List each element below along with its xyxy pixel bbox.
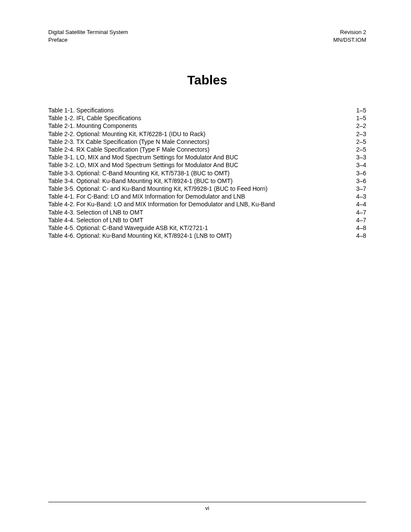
toc-entry-label: Table 3-5. Optional: C- and Ku-Band Moun…	[48, 185, 268, 193]
toc-entry-page: 4–4	[356, 200, 366, 208]
toc-entry-label: Table 4-5. Optional: C-Band Waveguide AS…	[48, 224, 208, 232]
toc-entry-label: Table 3-1. LO, MIX and Mod Spectrum Sett…	[48, 153, 238, 161]
toc-entry-label: Table 4-1. For C-Band: LO and MIX Inform…	[48, 193, 245, 200]
toc-entry-label: Table 2-3. TX Cable Specification (Type …	[48, 138, 209, 146]
toc-entry-page: 3–4	[356, 161, 366, 169]
header-left-line1: Digital Satellite Terminal System	[48, 28, 128, 36]
header-left-line2: Preface	[48, 36, 128, 44]
toc-line: Table 1-1. Specifications1–5	[48, 106, 366, 114]
toc-line: Table 4-2. For Ku-Band: LO and MIX Infor…	[48, 200, 366, 208]
tables-list: Table 1-1. Specifications1–5Table 1-2. I…	[48, 106, 366, 240]
toc-entry-label: Table 3-2. LO, MIX and Mod Spectrum Sett…	[48, 161, 238, 169]
toc-entry-label: Table 1-2. IFL Cable Specifications	[48, 114, 141, 122]
toc-line: Table 3-3. Optional: C-Band Mounting Kit…	[48, 169, 366, 177]
toc-entry-page: 4–8	[356, 224, 366, 232]
toc-line: Table 2-3. TX Cable Specification (Type …	[48, 138, 366, 146]
toc-entry-label: Table 2-4. RX Cable Specification (Type …	[48, 146, 209, 153]
spacer	[48, 240, 366, 502]
page-title: Tables	[48, 73, 366, 87]
toc-entry-label: Table 1-1. Specifications	[48, 106, 114, 114]
page-header: Digital Satellite Terminal System Prefac…	[48, 28, 366, 44]
toc-line: Table 3-1. LO, MIX and Mod Spectrum Sett…	[48, 153, 366, 161]
toc-entry-page: 4–7	[356, 216, 366, 224]
header-right: Revision 2 MN/DST.IOM	[333, 28, 366, 44]
toc-entry-page: 4–7	[356, 208, 366, 216]
toc-entry-page: 4–8	[356, 232, 366, 240]
toc-entry-page: 2–2	[356, 122, 366, 130]
toc-entry-label: Table 4-2. For Ku-Band: LO and MIX Infor…	[48, 200, 275, 208]
header-right-line1: Revision 2	[333, 28, 366, 36]
toc-line: Table 4-3. Selection of LNB to OMT4–7	[48, 208, 366, 216]
toc-entry-page: 1–5	[356, 106, 366, 114]
toc-line: Table 3-4. Optional: Ku-Band Mounting Ki…	[48, 177, 366, 185]
toc-line: Table 2-1. Mounting Components2–2	[48, 122, 366, 130]
document-page: Digital Satellite Terminal System Prefac…	[48, 28, 366, 511]
toc-entry-page: 3–6	[356, 169, 366, 177]
toc-entry-page: 3–7	[356, 185, 366, 193]
toc-entry-label: Table 3-4. Optional: Ku-Band Mounting Ki…	[48, 177, 233, 185]
toc-entry-label: Table 4-4. Selection of LNB to OMT	[48, 216, 143, 224]
toc-entry-label: Table 2-2. Optional: Mounting Kit, KT/62…	[48, 130, 206, 138]
toc-line: Table 4-5. Optional: C-Band Waveguide AS…	[48, 224, 366, 232]
toc-entry-page: 2–5	[356, 138, 366, 146]
toc-line: Table 4-1. For C-Band: LO and MIX Inform…	[48, 193, 366, 200]
toc-line: Table 4-6. Optional: Ku-Band Mounting Ki…	[48, 232, 366, 240]
toc-entry-page: 1–5	[356, 114, 366, 122]
footer-rule	[48, 502, 366, 502]
toc-entry-label: Table 4-6. Optional: Ku-Band Mounting Ki…	[48, 232, 232, 240]
toc-entry-page: 3–3	[356, 153, 366, 161]
header-right-line2: MN/DST.IOM	[333, 36, 366, 44]
page-number: vi	[48, 505, 366, 511]
toc-line: Table 2-4. RX Cable Specification (Type …	[48, 146, 366, 153]
toc-entry-label: Table 2-1. Mounting Components	[48, 122, 137, 130]
toc-line: Table 2-2. Optional: Mounting Kit, KT/62…	[48, 130, 366, 138]
toc-entry-label: Table 4-3. Selection of LNB to OMT	[48, 208, 143, 216]
toc-line: Table 1-2. IFL Cable Specifications1–5	[48, 114, 366, 122]
toc-line: Table 4-4. Selection of LNB to OMT4–7	[48, 216, 366, 224]
toc-entry-page: 4–3	[356, 193, 366, 200]
toc-line: Table 3-5. Optional: C- and Ku-Band Moun…	[48, 185, 366, 193]
toc-line: Table 3-2. LO, MIX and Mod Spectrum Sett…	[48, 161, 366, 169]
toc-entry-page: 2–3	[356, 130, 366, 138]
toc-entry-page: 3–6	[356, 177, 366, 185]
header-left: Digital Satellite Terminal System Prefac…	[48, 28, 128, 44]
toc-entry-label: Table 3-3. Optional: C-Band Mounting Kit…	[48, 169, 230, 177]
toc-entry-page: 2–5	[356, 146, 366, 153]
